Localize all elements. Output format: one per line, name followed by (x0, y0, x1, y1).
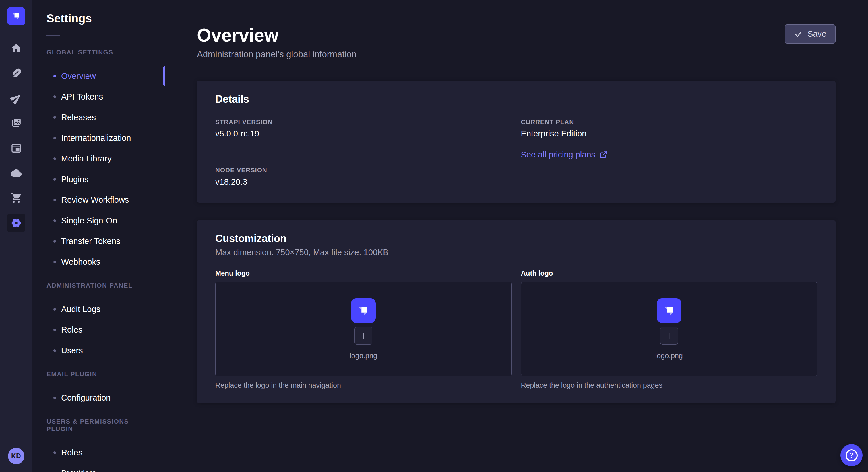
node-version-field: NODE VERSION v18.20.3 (215, 167, 512, 187)
plus-icon (359, 332, 368, 340)
subnav-item-media-library[interactable]: Media Library (32, 148, 165, 169)
bullet-icon (53, 240, 56, 243)
section-email-plugin: EMAIL PLUGIN (32, 370, 165, 378)
main-content: Overview Administration panel’s global i… (165, 0, 868, 472)
bullet-icon (53, 116, 56, 119)
subnav-item-webhooks[interactable]: Webhooks (32, 251, 165, 272)
subnav-item-audit-logs[interactable]: Audit Logs (32, 299, 165, 319)
bullet-icon (53, 220, 56, 222)
node-version-label: NODE VERSION (215, 167, 512, 174)
subnav-item-up-roles[interactable]: Roles (32, 442, 165, 463)
strapi-version-field: STRAPI VERSION v5.0.0-rc.19 (215, 119, 512, 138)
releases-paper-plane-icon[interactable] (7, 89, 25, 107)
administration-panel-list: Audit Logs Roles Users (32, 299, 165, 361)
page-subtitle: Administration panel’s global informatio… (197, 49, 836, 60)
help-button[interactable]: ? (840, 444, 863, 466)
bullet-icon (53, 451, 56, 454)
details-grid: STRAPI VERSION v5.0.0-rc.19 NODE VERSION… (215, 119, 817, 187)
question-mark-icon: ? (846, 449, 858, 461)
strapi-version-value: v5.0.0-rc.19 (215, 129, 512, 138)
menu-logo-dropzone[interactable]: logo.png (215, 281, 512, 376)
workspace-logo-container (0, 0, 32, 32)
bullet-icon (53, 349, 56, 352)
subnav-item-api-tokens[interactable]: API Tokens (32, 86, 165, 107)
subnav-item-internationalization[interactable]: Internationalization (32, 128, 165, 148)
marketplace-cart-icon[interactable] (7, 189, 25, 207)
strapi-logo-icon (10, 10, 22, 22)
details-right-column: CURRENT PLAN Enterprise Edition See all … (521, 119, 817, 187)
content-type-builder-icon[interactable] (7, 64, 25, 82)
email-plugin-list: Configuration (32, 387, 165, 408)
subnav-item-overview[interactable]: Overview (32, 66, 165, 86)
home-icon[interactable] (7, 39, 25, 57)
details-left-column: STRAPI VERSION v5.0.0-rc.19 NODE VERSION… (215, 119, 512, 187)
bullet-icon (53, 329, 56, 331)
check-icon (794, 30, 803, 38)
bullet-icon (53, 96, 56, 98)
menu-logo-filename: logo.png (350, 351, 377, 360)
subnav-item-plugins[interactable]: Plugins (32, 169, 165, 190)
subnav-item-transfer-tokens[interactable]: Transfer Tokens (32, 231, 165, 251)
customization-constraints: Max dimension: 750×750, Max file size: 1… (215, 248, 817, 257)
section-administration-panel: ADMINISTRATION PANEL (32, 282, 165, 289)
bullet-icon (53, 137, 56, 139)
auth-logo-label: Auth logo (521, 269, 817, 277)
current-plan-value: Enterprise Edition (521, 129, 817, 138)
auth-logo-filename: logo.png (655, 351, 683, 360)
auth-logo-add-button[interactable] (660, 327, 678, 345)
strapi-logo[interactable] (7, 7, 25, 25)
strapi-logo-icon (356, 303, 371, 318)
section-global-settings: GLOBAL SETTINGS (32, 49, 165, 56)
subnav-item-email-configuration[interactable]: Configuration (32, 387, 165, 408)
nav-footer: KD (0, 440, 32, 472)
menu-logo-zone: Menu logo logo.png Replace the logo in t… (215, 269, 512, 390)
customization-card: Customization Max dimension: 750×750, Ma… (197, 220, 836, 403)
subnav-item-admin-roles[interactable]: Roles (32, 319, 165, 340)
strapi-admin-app: KD Settings GLOBAL SETTINGS Overview API… (0, 0, 868, 472)
auth-logo-caption: Replace the logo in the authentication p… (521, 381, 817, 390)
save-button[interactable]: Save (785, 24, 836, 43)
auth-logo-dropzone[interactable]: logo.png (521, 281, 817, 376)
pricing-plans-link[interactable]: See all pricing plans (521, 150, 608, 160)
global-settings-list: Overview API Tokens Releases Internation… (32, 66, 165, 272)
details-card: Details STRAPI VERSION v5.0.0-rc.19 NODE… (197, 80, 836, 203)
logo-zones-grid: Menu logo logo.png Replace the logo in t… (215, 269, 817, 390)
page-title: Overview (197, 25, 836, 45)
subnav-divider (46, 35, 60, 36)
section-users-permissions-plugin: USERS & PERMISSIONS PLUGIN (32, 418, 165, 433)
subnav-title: Settings (32, 12, 165, 25)
bullet-icon (53, 308, 56, 310)
node-version-value: v18.20.3 (215, 177, 512, 187)
menu-logo-preview (351, 298, 376, 323)
settings-subnav: Settings GLOBAL SETTINGS Overview API To… (32, 0, 165, 472)
menu-logo-label: Menu logo (215, 269, 512, 277)
strapi-logo-icon (662, 303, 677, 318)
menu-logo-caption: Replace the logo in the main navigation (215, 381, 512, 390)
settings-gear-icon[interactable] (7, 214, 25, 232)
bullet-icon (53, 261, 56, 263)
menu-logo-add-button[interactable] (354, 327, 372, 345)
customization-heading: Customization (215, 233, 817, 245)
bullet-icon (53, 158, 56, 160)
content-manager-layout-icon[interactable] (7, 139, 25, 157)
subnav-item-review-workflows[interactable]: Review Workflows (32, 190, 165, 210)
external-link-icon (600, 151, 608, 159)
details-heading: Details (215, 93, 817, 105)
current-plan-field: CURRENT PLAN Enterprise Edition (521, 119, 817, 138)
bullet-icon (53, 397, 56, 399)
users-permissions-list: Roles Providers (32, 442, 165, 472)
subnav-item-admin-users[interactable]: Users (32, 340, 165, 361)
bullet-icon (53, 199, 56, 201)
main-nav-rail: KD (0, 0, 32, 472)
media-library-icon[interactable] (7, 114, 25, 132)
subnav-item-single-sign-on[interactable]: Single Sign-On (32, 210, 165, 231)
bullet-icon (53, 178, 56, 181)
strapi-version-label: STRAPI VERSION (215, 119, 512, 126)
subnav-item-up-providers[interactable]: Providers (32, 463, 165, 472)
bullet-icon (53, 75, 56, 77)
subnav-item-releases[interactable]: Releases (32, 107, 165, 128)
deploy-cloud-icon[interactable] (7, 164, 25, 182)
active-indicator (163, 66, 165, 86)
user-avatar[interactable]: KD (8, 448, 24, 464)
plus-icon (665, 332, 673, 340)
